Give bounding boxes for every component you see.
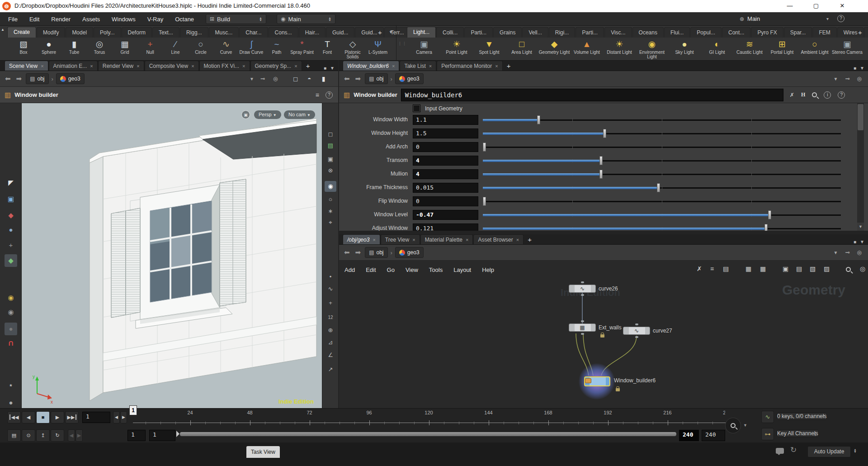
animation-options-button[interactable]: ▤ <box>7 429 21 442</box>
shelf-tool-l-system[interactable]: ΨL-System <box>365 38 391 61</box>
slider-handle[interactable] <box>603 129 606 138</box>
view-layout-icon[interactable]: ◻ <box>325 129 336 140</box>
menu-v-ray[interactable]: V-Ray <box>147 16 163 23</box>
input-geometry-checkbox[interactable] <box>413 105 420 112</box>
tab-render-view[interactable]: Render View× <box>98 61 144 71</box>
close-icon[interactable]: × <box>495 63 498 69</box>
floating-panel-icon[interactable]: ▮ <box>322 75 326 82</box>
shelf-tool-circle[interactable]: ○Circle <box>188 38 213 61</box>
tab-animation-e[interactable]: Animation E...× <box>49 61 98 71</box>
shelf-tool-volume-light[interactable]: ▲Volume Light <box>571 38 603 61</box>
shelf-tool-portal-light[interactable]: ⊞Portal Light <box>766 38 798 61</box>
param-slider[interactable] <box>483 169 841 179</box>
notes-icon[interactable]: ▤ <box>796 265 802 272</box>
play-button[interactable]: ▶ <box>51 411 64 423</box>
menu-render[interactable]: Render <box>51 16 71 23</box>
new-tab-button[interactable]: + <box>503 62 514 71</box>
loop-mode-button[interactable]: ↻ <box>51 429 64 442</box>
background-image-icon[interactable]: ▧ <box>810 265 816 272</box>
global-start-field[interactable]: 1 <box>127 430 146 441</box>
shelf-tab-cons[interactable]: Cons... <box>269 27 298 38</box>
shelf-tab-grains[interactable]: Grains <box>493 27 522 38</box>
menubar-expand-icon[interactable]: ▾ <box>826 16 829 21</box>
desktop-selector[interactable]: ⊞ Build ▲▼ <box>206 14 266 24</box>
shelf-tab-visc[interactable]: Visc... <box>604 27 632 38</box>
shelf-tab-parti[interactable]: Parti... <box>464 27 493 38</box>
normals-icon[interactable]: ⊿ <box>325 337 336 348</box>
slider-handle[interactable] <box>764 224 768 231</box>
pane-menu-icon[interactable]: ▼ <box>860 66 864 71</box>
vector-display-icon[interactable]: ↗ <box>325 364 336 375</box>
simulation-toggle-button[interactable]: ↥ <box>36 429 50 442</box>
shelf-new-tab-button[interactable]: + <box>378 29 382 36</box>
path-root-chip[interactable]: ▤obj <box>365 73 387 84</box>
gear-wrench-icon[interactable]: ✗ <box>790 92 794 98</box>
jack-handle-icon[interactable]: + <box>5 239 17 252</box>
link-target-icon[interactable]: ◎ <box>857 249 862 256</box>
tab-scene-view[interactable]: Scene View× <box>5 61 48 71</box>
node-ext-walls[interactable]: ▦ <box>569 323 596 332</box>
shelf-tool-null[interactable]: +Null <box>137 38 163 61</box>
slider-handle[interactable] <box>483 143 486 152</box>
shelf-tab-flui[interactable]: Flui... <box>664 27 690 38</box>
shelf-tool-tube[interactable]: ▮Tube <box>61 38 87 61</box>
secure-selection-icon[interactable]: ▣ <box>5 193 17 205</box>
key-icon[interactable]: ⊶ <box>761 428 774 440</box>
desktop-spinner[interactable]: ▲▼ <box>259 17 262 21</box>
back-icon[interactable]: ⬅ <box>4 75 12 83</box>
minimize-button[interactable]: — <box>779 0 800 12</box>
auto-update-selector[interactable]: Auto Update <box>807 446 851 457</box>
dark-sphere-icon[interactable]: ● <box>5 323 17 335</box>
shelf-tab-terr[interactable]: Terr... <box>384 27 410 38</box>
close-icon[interactable]: × <box>191 63 194 69</box>
forward-icon[interactable]: ➡ <box>354 248 363 257</box>
shelf-tab-parti[interactable]: Parti... <box>576 27 604 38</box>
camera-select-button[interactable]: No cam ▼ <box>284 110 315 119</box>
selection-visibility-icon[interactable]: ◉ <box>325 181 336 192</box>
level-badge[interactable]: 12 <box>325 312 336 323</box>
tab-asset-browser[interactable]: Asset Browser× <box>473 234 524 244</box>
close-icon[interactable]: × <box>466 237 468 243</box>
param-scrollbar-thumb[interactable] <box>858 104 863 130</box>
shelf-new-tab-button-right[interactable]: + <box>858 29 862 36</box>
slider-handle[interactable] <box>537 115 540 124</box>
close-icon[interactable]: × <box>412 237 415 243</box>
shelf-tab-deform[interactable]: Deform <box>122 27 152 38</box>
tool-options-icon[interactable]: ≡ <box>316 91 319 99</box>
link-target-icon[interactable]: ◎ <box>273 76 278 82</box>
tab-obj-geo3[interactable]: /obj/geo3× <box>343 234 380 244</box>
menu-assets[interactable]: Assets <box>82 16 100 23</box>
task-view-tab[interactable]: Task View <box>246 446 280 458</box>
node-curve27[interactable]: ∿ <box>623 327 650 335</box>
shelf-tool-sky-light[interactable]: ●Sky Light <box>668 38 701 61</box>
pane-maximize-icon[interactable]: ■ <box>854 239 856 244</box>
param-value-field[interactable]: 0.121 <box>413 223 478 231</box>
select-tool-icon[interactable]: ◤ <box>5 176 17 189</box>
handles-icon[interactable]: ⊕ <box>325 325 336 336</box>
shelf-tool-spot-light[interactable]: ▼Spot Light <box>473 38 505 61</box>
tab-tree-view[interactable]: Tree View× <box>381 234 420 244</box>
shelf-tool-point-light[interactable]: ☀Point Light <box>440 38 473 61</box>
menu-octane[interactable]: Octane <box>175 16 194 23</box>
shelf-tab-modify[interactable]: Modify <box>37 27 65 38</box>
node-curve26[interactable]: ∿ <box>569 285 596 293</box>
param-value-field[interactable]: 0 <box>413 196 478 206</box>
close-icon[interactable]: × <box>137 63 139 69</box>
shelf-tab-crowds[interactable]: Crowds <box>864 27 868 38</box>
param-slider[interactable] <box>483 128 841 138</box>
shelf-box-icon[interactable]: ▨ <box>824 265 830 272</box>
character-tool-icon[interactable]: ◉ <box>5 306 17 319</box>
shelf-tab-create[interactable]: Create <box>7 27 36 38</box>
shelf-tab-light[interactable]: Light... <box>407 27 436 38</box>
key-all-spinner[interactable]: ▲▼ <box>814 431 817 437</box>
search-icon[interactable] <box>812 92 817 97</box>
houdini-engine-icon[interactable]: H <box>801 91 805 98</box>
node-name-field[interactable]: Window_builder6 <box>401 89 783 101</box>
param-value-field[interactable]: 0.015 <box>413 183 478 193</box>
jump-end-button[interactable]: ▶▶ <box>65 411 79 423</box>
radial-menu-spinner[interactable]: ▲▼ <box>328 17 331 21</box>
close-icon[interactable]: × <box>41 63 43 69</box>
help-icon[interactable]: ? <box>838 91 845 99</box>
pin-display-icon[interactable]: + <box>325 298 336 309</box>
param-slider[interactable] <box>483 156 841 166</box>
